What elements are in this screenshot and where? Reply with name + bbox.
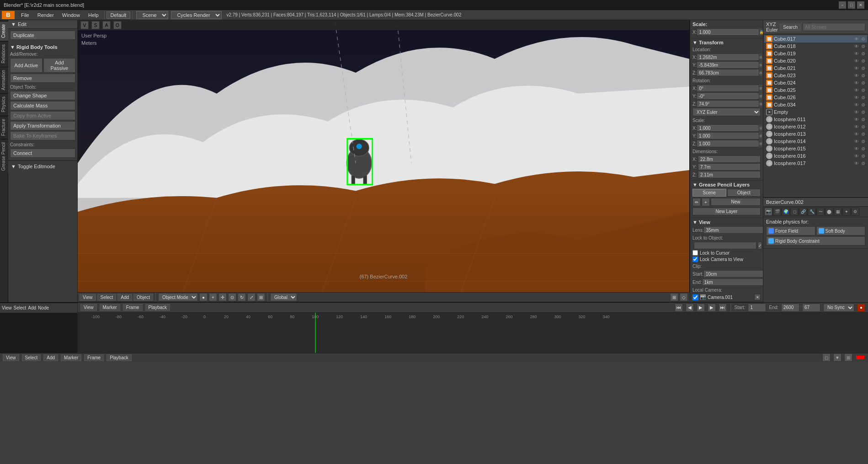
apply-transformation-button[interactable]: Apply Transformation — [10, 121, 75, 130]
wireframe-icon[interactable]: ◇ — [680, 293, 688, 301]
close-button[interactable]: ✕ — [857, 1, 864, 9]
settings-icon[interactable]: ⚙ — [861, 51, 865, 56]
scene-selector[interactable]: Scene — [136, 11, 168, 19]
rigid-body-constraint-btn[interactable]: Rigid Body Constraint — [766, 236, 865, 245]
scale-x2-input[interactable] — [697, 124, 759, 132]
connect-button[interactable]: Connect — [10, 149, 75, 158]
loc-y-lock[interactable]: ⊞ — [759, 61, 762, 69]
render-icon[interactable]: 📷 — [764, 208, 772, 216]
next-frame-icon[interactable]: ▶ — [708, 304, 716, 312]
status-icon-2[interactable]: ▼ — [833, 353, 841, 362]
rot-y-input[interactable] — [697, 92, 759, 100]
tree-item[interactable]: ⊙Icosphere.011👁⚙ — [764, 116, 867, 123]
physics-icon[interactable]: ⚙ — [851, 208, 859, 216]
lock-camera-checkbox[interactable] — [692, 256, 698, 262]
tree-item[interactable]: ⬜Cube.034👁⚙ — [764, 101, 867, 108]
pencil-icon[interactable]: ✏ — [692, 198, 701, 206]
settings-icon[interactable]: ⚙ — [861, 146, 865, 151]
status-marker-btn[interactable]: Marker — [61, 354, 81, 361]
copy-from-active-button[interactable]: Copy from Active — [10, 111, 75, 120]
current-frame-input[interactable] — [802, 304, 820, 312]
soft-body-btn[interactable]: Soft Body — [816, 226, 866, 235]
scale-z-input[interactable] — [697, 140, 759, 147]
jump-start-icon[interactable]: ⏮ — [675, 304, 683, 312]
add-layer-icon[interactable]: + — [702, 198, 710, 206]
tree-item[interactable]: ⊙Icosphere.014👁⚙ — [764, 138, 867, 145]
menu-file[interactable]: File — [17, 11, 33, 19]
viewport-view-menu[interactable]: V — [80, 21, 89, 29]
dim-x-input[interactable] — [698, 155, 761, 163]
add-passive-button[interactable]: Add Passive — [43, 58, 76, 73]
status-playback-btn[interactable]: Playback — [107, 354, 132, 361]
mode-icon[interactable]: ⊞ — [257, 293, 265, 301]
select-icon[interactable]: ⊙ — [228, 293, 236, 301]
dot-icon[interactable]: ● — [199, 293, 208, 301]
particles-icon[interactable]: ✦ — [842, 208, 851, 216]
maximize-button[interactable]: □ — [848, 1, 855, 9]
visibility-icon[interactable]: 👁 — [854, 44, 859, 49]
rotate-icon[interactable]: ↻ — [238, 293, 246, 301]
change-shape-button[interactable]: Change Shape — [10, 91, 75, 100]
status-select-btn[interactable]: Select — [22, 354, 41, 361]
tree-item[interactable]: ⊙Icosphere.016👁⚙ — [764, 152, 867, 160]
visibility-icon[interactable]: 👁 — [854, 73, 859, 78]
material-icon[interactable]: ⬤ — [825, 208, 833, 216]
cursor-icon[interactable]: ✛ — [218, 293, 227, 301]
remove-button[interactable]: Remove — [10, 74, 75, 83]
loc-z-input[interactable] — [697, 69, 759, 76]
tree-item[interactable]: ⊙Icosphere.015👁⚙ — [764, 145, 867, 152]
plus-icon[interactable]: + — [209, 293, 217, 301]
scale-x-input[interactable] — [697, 28, 759, 36]
select-menu-btn[interactable]: Select — [97, 294, 117, 301]
record-icon[interactable]: ● — [857, 304, 865, 312]
view-menu-btn[interactable]: View — [80, 294, 96, 301]
visibility-icon[interactable]: 👁 — [854, 146, 859, 151]
minimize-button[interactable]: − — [839, 1, 846, 9]
bake-to-keyframes-button[interactable]: Bake To Keyframes — [10, 131, 75, 140]
status-icon-1[interactable]: ◻ — [822, 353, 831, 362]
dim-z-input[interactable] — [698, 171, 761, 178]
viewport-object-menu[interactable]: O — [113, 21, 122, 29]
menu-render[interactable]: Render — [34, 11, 58, 19]
settings-icon[interactable]: ⚙ — [861, 161, 865, 166]
world-icon[interactable]: 🌍 — [782, 208, 790, 216]
start-frame-input[interactable] — [748, 304, 766, 312]
visibility-icon[interactable]: 👁 — [854, 80, 859, 85]
viewport-3d[interactable]: X Z Y User Persp Meters (67) BezierCurve… — [78, 20, 690, 292]
visibility-icon[interactable]: 👁 — [854, 110, 859, 115]
vtab-fracture[interactable]: Fracture — [0, 116, 8, 139]
rot-y-lock[interactable]: ⊞ — [759, 92, 762, 100]
add-active-button[interactable]: Add Active — [10, 58, 43, 73]
status-frame-btn[interactable]: Frame — [84, 354, 104, 361]
status-add-btn[interactable]: Add — [43, 354, 58, 361]
settings-icon[interactable]: ⚙ — [861, 95, 865, 100]
tree-item[interactable]: ⬜Cube.017👁⚙ — [764, 35, 867, 43]
object-tab[interactable]: Object — [727, 189, 761, 197]
new-layer-btn[interactable]: New Layer — [692, 208, 761, 215]
rot-z-lock[interactable]: ⊞ — [759, 100, 762, 107]
viewport-select-menu[interactable]: S — [91, 21, 100, 29]
tree-item[interactable]: ⊙Icosphere.017👁⚙ — [764, 160, 867, 167]
settings-icon[interactable]: ⚙ — [861, 124, 865, 129]
rot-x-input[interactable] — [697, 85, 759, 92]
blender-logo[interactable]: B — [2, 11, 15, 19]
rot-z-input[interactable] — [697, 100, 759, 107]
timeline-marker-btn[interactable]: Marker — [100, 304, 120, 311]
visibility-icon[interactable]: 👁 — [854, 161, 859, 166]
lock-object-input[interactable] — [694, 242, 756, 249]
lens-input[interactable] — [703, 226, 763, 234]
clip-end-input[interactable] — [702, 278, 763, 286]
vtab-animation[interactable]: Animation — [0, 67, 8, 93]
tree-item[interactable]: ⬜Cube.020👁⚙ — [764, 57, 867, 64]
scale-icon[interactable]: ⤢ — [247, 293, 256, 301]
scale-x2-lock[interactable]: ⊞ — [759, 124, 762, 132]
data-icon[interactable]: 〜 — [816, 208, 825, 216]
tree-item[interactable]: ⬜Cube.018👁⚙ — [764, 43, 867, 50]
texture-icon[interactable]: ▦ — [834, 208, 842, 216]
loc-y-input[interactable] — [697, 61, 759, 69]
play-icon[interactable]: ▶ — [697, 304, 705, 312]
visibility-icon[interactable]: 👁 — [854, 117, 859, 122]
prev-frame-icon[interactable]: ◀ — [686, 304, 694, 312]
visibility-icon[interactable]: 👁 — [854, 51, 859, 56]
scene-icon[interactable]: 🎬 — [773, 208, 781, 216]
